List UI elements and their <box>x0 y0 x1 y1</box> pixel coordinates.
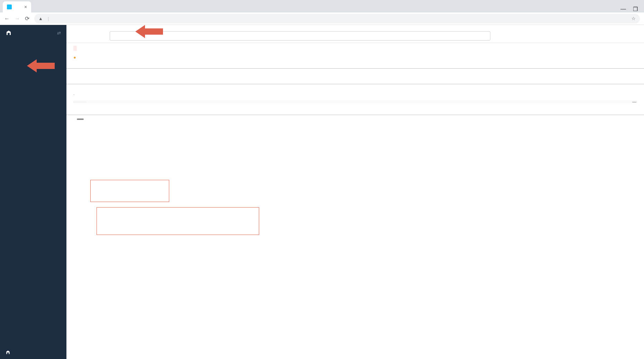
annotation-arrow-stacks <box>27 59 55 73</box>
docker-compose-code <box>73 46 77 51</box>
brand-logo[interactable] <box>6 30 14 36</box>
brand-header: ⇄ <box>0 25 66 41</box>
deploy-help-text <box>66 43 644 53</box>
back-icon[interactable]: ← <box>4 16 10 22</box>
code-content[interactable] <box>86 101 637 103</box>
browser-tab-strip: × — ❐ <box>0 0 644 12</box>
bookmark-star-icon[interactable]: ☆ <box>632 16 636 21</box>
warning-icon: ▲ <box>38 16 43 21</box>
main-content: ● . <box>66 25 644 359</box>
stack-name-input[interactable] <box>110 31 490 41</box>
portainer-favicon <box>7 5 12 9</box>
reload-icon[interactable]: ⟳ <box>25 15 29 22</box>
endpoint-local-label <box>0 41 66 46</box>
browser-tab[interactable]: × <box>3 1 31 12</box>
portainer-logo-icon <box>6 350 10 355</box>
web-editor-header <box>66 80 644 84</box>
sidebar-footer <box>0 346 66 359</box>
build-method-header <box>66 64 644 69</box>
maximize-icon[interactable]: ❐ <box>633 6 638 12</box>
add-env-variable-button[interactable] <box>77 119 84 120</box>
browser-toolbar: ← → ⟳ ▲ | ☆ <box>0 12 644 25</box>
code-editor[interactable] <box>73 101 637 103</box>
svg-rect-0 <box>7 5 12 9</box>
security-indicator[interactable]: ▲ <box>38 16 45 21</box>
environment-variables-row <box>66 115 644 123</box>
highlight-env <box>90 180 169 202</box>
minimize-icon[interactable]: — <box>620 6 626 12</box>
compose-info: . <box>66 89 644 98</box>
sidebar: ⇄ <box>0 25 66 359</box>
annotation-arrow-name <box>135 25 163 39</box>
scrollbar-thumb[interactable] <box>632 102 636 103</box>
limitation-note: ● <box>66 53 644 64</box>
sidebar-settings-header <box>0 46 66 52</box>
editor-scrollbar[interactable] <box>632 101 637 103</box>
close-tab-icon[interactable]: × <box>24 4 27 10</box>
line-gutter <box>74 101 86 103</box>
environment-header <box>66 110 644 115</box>
warning-icon: ● <box>73 55 76 60</box>
highlight-volumes <box>97 207 259 235</box>
address-bar[interactable]: ▲ | ☆ <box>34 14 640 24</box>
sidebar-toggle-icon[interactable]: ⇄ <box>57 30 61 36</box>
forward-icon[interactable]: → <box>15 16 20 22</box>
portainer-logo-icon <box>6 30 12 36</box>
